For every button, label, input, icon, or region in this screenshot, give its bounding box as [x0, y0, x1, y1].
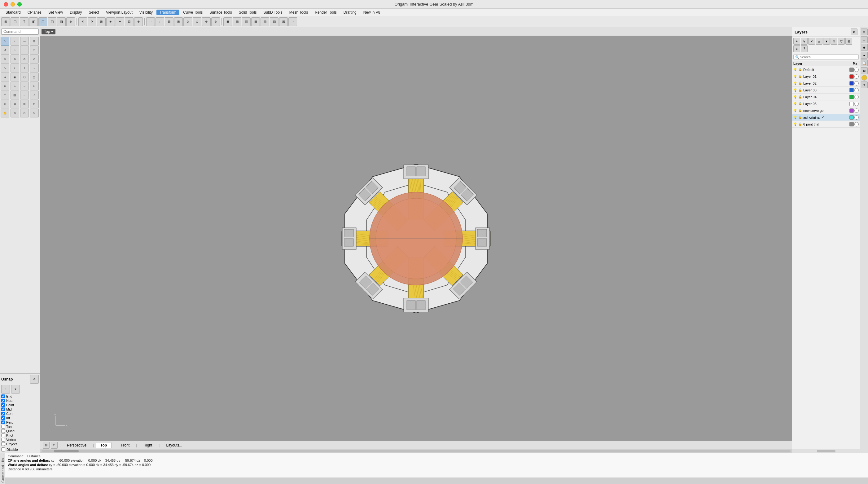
tool-transform[interactable]: ⊕: [1, 55, 9, 63]
layer-render-servo[interactable]: [855, 109, 859, 113]
toolbar-btn-16[interactable]: ↕: [156, 17, 164, 26]
layer-row-04[interactable]: 💡 🔒 Layer 04: [792, 94, 860, 100]
menu-render-tools[interactable]: Render Tools: [312, 9, 340, 15]
menu-mesh-tools[interactable]: Mesh Tools: [286, 9, 311, 15]
layer-render-asli[interactable]: [855, 115, 859, 120]
tool-lasso[interactable]: ⟜: [20, 37, 29, 46]
layers-filter-btn[interactable]: ▽: [838, 38, 845, 44]
toolbar-btn-20[interactable]: ⊙: [193, 17, 202, 26]
tool-point[interactable]: •: [10, 37, 19, 46]
tool-select-cursor[interactable]: ↖: [1, 37, 9, 46]
layers-move-down-btn[interactable]: ▼: [823, 38, 830, 44]
toolbar-btn-2[interactable]: T: [20, 17, 29, 26]
toolbar-btn-3[interactable]: ◧: [29, 17, 38, 26]
maximize-button[interactable]: [17, 2, 22, 6]
osnap-settings-button[interactable]: ⚙: [30, 375, 39, 384]
toolbar-btn-12[interactable]: ✦: [116, 17, 124, 26]
tool-polyline[interactable]: ∧: [10, 64, 19, 72]
viewport-label[interactable]: Top ▾: [41, 29, 56, 34]
tool-boolean-diff[interactable]: ∸: [10, 82, 19, 90]
menu-surface-tools[interactable]: Surface Tools: [206, 9, 235, 15]
layers-new-sublayer-btn[interactable]: ↳: [801, 38, 808, 44]
toolbar-btn-1[interactable]: ◫: [10, 17, 19, 26]
tab-right[interactable]: Right: [139, 442, 157, 448]
tool-view-pan[interactable]: ✋: [1, 109, 9, 117]
menu-drafting[interactable]: Drafting: [340, 9, 360, 15]
strip-btn-render[interactable]: ●: [861, 52, 868, 59]
tool-fillet[interactable]: ⌢: [20, 82, 29, 90]
osnap-knot-checkbox[interactable]: [1, 433, 5, 437]
osnap-near-checkbox[interactable]: [1, 399, 5, 402]
strip-btn-color[interactable]: [862, 75, 867, 81]
toolbar-btn-15[interactable]: ↔: [146, 17, 155, 26]
tool-circle[interactable]: ○: [10, 46, 19, 55]
toolbar-btn-29[interactable]: ▩: [279, 17, 288, 26]
layer-row-asli[interactable]: 💡 🔒 asli original ✓: [792, 114, 860, 121]
layers-search-input[interactable]: [793, 54, 859, 60]
layer-color-01[interactable]: [849, 74, 854, 79]
toolbar-btn-28[interactable]: ▨: [270, 17, 278, 26]
toolbar-btn-19[interactable]: ⊘: [183, 17, 192, 26]
tool-surface[interactable]: ◫: [30, 73, 39, 82]
tab-top[interactable]: Top: [96, 442, 112, 448]
layer-render-03[interactable]: [855, 88, 859, 92]
layers-scrollbar[interactable]: [792, 449, 860, 453]
tool-move[interactable]: ✥: [1, 100, 9, 109]
layer-row-servo[interactable]: 💡 🔒 new servo ge: [792, 107, 860, 114]
strip-btn-notes[interactable]: 📋: [861, 60, 868, 66]
layer-row-01[interactable]: 💡 🔒 Layer 01: [792, 73, 860, 80]
layers-move-up-btn[interactable]: ▲: [816, 38, 823, 44]
layer-row-05[interactable]: 💡 🔒 Layer 05: [792, 100, 860, 107]
tool-spline[interactable]: ⌁: [30, 64, 39, 72]
toolbar-btn-22[interactable]: ⊜: [211, 17, 220, 26]
tool-solid[interactable]: ◈: [1, 73, 9, 82]
toolbar-btn-17[interactable]: ⊟: [165, 17, 174, 26]
layer-color-servo[interactable]: [849, 109, 854, 113]
toolbar-btn-26[interactable]: ▦: [251, 17, 260, 26]
menu-standard[interactable]: Standard: [2, 9, 24, 15]
viewport-grid-btn[interactable]: ⊞: [43, 442, 50, 449]
tab-front[interactable]: Front: [116, 442, 134, 448]
osnap-mid-checkbox[interactable]: [1, 407, 5, 411]
tool-boolean-union[interactable]: ⊎: [1, 82, 9, 90]
tool-rect[interactable]: □: [30, 46, 39, 55]
scrollbar-thumb[interactable]: [54, 450, 79, 452]
layer-color-05[interactable]: [849, 102, 854, 106]
layer-render-default[interactable]: [855, 67, 859, 72]
layer-render-05[interactable]: [855, 102, 859, 106]
toolbar-btn-6[interactable]: ◨: [57, 17, 66, 26]
menu-solid-tools[interactable]: Solid Tools: [236, 9, 260, 15]
layers-filter-up-btn[interactable]: ⬆: [831, 38, 837, 44]
layers-grid-view-btn[interactable]: ⊞: [845, 38, 852, 44]
layer-render-01[interactable]: [855, 74, 859, 79]
tool-dim[interactable]: ↔: [20, 91, 29, 99]
layer-color-03[interactable]: [849, 88, 854, 92]
menu-cplanes[interactable]: CPlanes: [25, 9, 44, 15]
layer-row-03[interactable]: 💡 🔒 Layer 03: [792, 87, 860, 94]
command-input[interactable]: [1, 29, 39, 35]
osnap-perp-checkbox[interactable]: [1, 421, 5, 424]
layer-color-04[interactable]: [849, 95, 854, 99]
menu-display[interactable]: Display: [67, 9, 85, 15]
layer-render-04[interactable]: [855, 95, 859, 99]
layers-help-btn[interactable]: ?: [801, 45, 808, 52]
strip-btn-extra[interactable]: 🖱: [861, 82, 868, 88]
toolbar-btn-25[interactable]: ▥: [242, 17, 251, 26]
tool-mesh[interactable]: ⬡: [20, 73, 29, 82]
layer-row-default[interactable]: 💡 🔒 Default: [792, 66, 860, 73]
layer-render-print[interactable]: [855, 122, 859, 126]
toolbar-btn-21[interactable]: ⊛: [202, 17, 211, 26]
tool-freeform[interactable]: ⌇: [20, 64, 29, 72]
tool-leader[interactable]: ↗: [30, 91, 39, 99]
strip-btn-monitor[interactable]: 🖥: [861, 67, 868, 74]
tool-view-rotate[interactable]: ↻: [30, 109, 39, 117]
horizontal-scrollbar[interactable]: [40, 449, 792, 453]
tab-layouts[interactable]: Layouts...: [161, 442, 187, 448]
layer-render-02[interactable]: [855, 81, 859, 86]
tool-trim[interactable]: ✂: [30, 82, 39, 90]
osnap-filter-btn[interactable]: ▼: [11, 385, 20, 394]
toolbar-btn-0[interactable]: ⊞: [1, 17, 10, 26]
menu-select[interactable]: Select: [86, 9, 102, 15]
toolbar-btn-27[interactable]: ▧: [260, 17, 269, 26]
toolbar-btn-14[interactable]: ⊗: [134, 17, 143, 26]
